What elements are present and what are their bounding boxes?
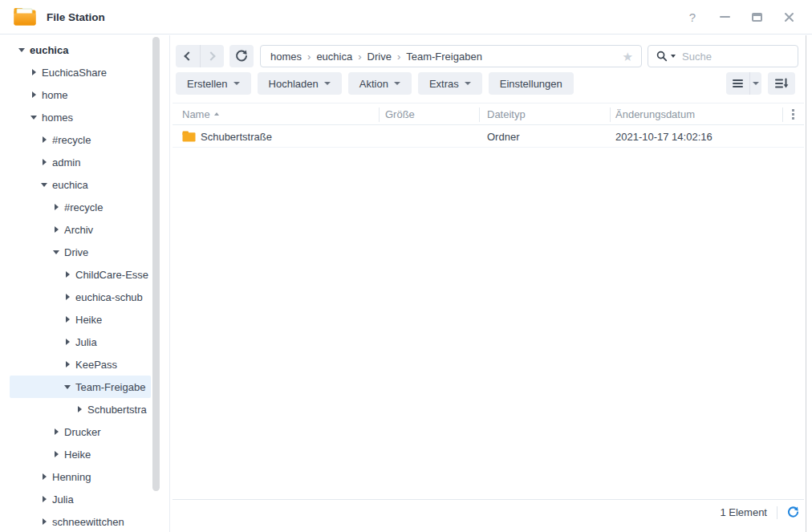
breadcrumb-item-team-freigaben[interactable]: Team-Freigaben — [406, 51, 482, 63]
breadcrumb-item-euchica[interactable]: euchica — [316, 51, 352, 63]
breadcrumb-item-drive[interactable]: Drive — [367, 51, 392, 63]
breadcrumb: homes › euchica › Drive › Team-Freigaben… — [260, 45, 642, 67]
chevron-right-icon[interactable] — [62, 316, 73, 323]
refresh-button[interactable] — [229, 45, 254, 67]
chevron-down-icon[interactable] — [16, 48, 27, 52]
table-header: Name Größe Dateityp Änderungsdatum — [173, 103, 804, 125]
sidebar-item-recycle-1[interactable]: #recycle — [10, 128, 151, 151]
sidebar-item-homes[interactable]: homes — [10, 106, 151, 128]
refresh-icon — [787, 506, 799, 518]
caret-down-icon — [753, 82, 759, 85]
column-header-aenderungsdatum[interactable]: Änderungsdatum — [615, 104, 695, 124]
chevron-right-icon[interactable] — [62, 361, 73, 368]
sidebar-item-euchica-schub[interactable]: euchica-schub — [10, 286, 151, 308]
chevron-right-icon[interactable] — [51, 226, 62, 233]
toolbar: Erstellen Hochladen Aktion Extras Einste… — [176, 72, 795, 95]
sidebar-item-euchicashare[interactable]: EuchicaShare — [10, 61, 151, 83]
back-icon — [185, 51, 193, 60]
file-type: Ordner — [487, 126, 519, 147]
search-options-caret-icon[interactable] — [671, 55, 676, 58]
folder-tree-sidebar: euchica EuchicaShare home homes #recycle… — [0, 35, 168, 532]
chevron-right-icon[interactable] — [62, 294, 73, 300]
chevron-down-icon[interactable] — [28, 116, 39, 120]
breadcrumb-item-homes[interactable]: homes — [270, 51, 302, 63]
back-button[interactable] — [176, 45, 200, 67]
hochladen-button[interactable]: Hochladen — [258, 72, 342, 95]
sidebar-item-recycle-2[interactable]: #recycle — [10, 196, 151, 218]
app-title: File Station — [47, 11, 105, 23]
chevron-right-icon[interactable] — [74, 406, 85, 412]
history-buttons — [176, 45, 224, 67]
chevron-right-icon[interactable] — [39, 159, 50, 165]
caret-down-icon — [233, 82, 240, 85]
sidebar-item-keepass[interactable]: KeePass — [10, 353, 151, 376]
search-box — [648, 45, 798, 67]
file-station-app-icon — [13, 6, 37, 27]
chevron-right-icon[interactable] — [51, 428, 62, 435]
chevron-right-icon[interactable] — [62, 339, 73, 345]
search-input[interactable] — [682, 51, 791, 63]
view-mode-caret[interactable] — [749, 72, 761, 95]
sidebar-item-julia-1[interactable]: Julia — [10, 331, 151, 353]
einstellungen-button[interactable]: Einstellungen — [489, 72, 574, 95]
sidebar-item-drucker[interactable]: Drucker — [10, 420, 151, 443]
sidebar-item-julia-2[interactable]: Julia — [10, 488, 151, 510]
chevron-down-icon[interactable] — [39, 183, 50, 187]
sidebar-item-team-freigabe[interactable]: Team-Freigabe — [10, 376, 151, 398]
folder-icon — [182, 131, 196, 142]
sidebar-item-drive[interactable]: Drive — [10, 241, 151, 263]
status-divider — [777, 506, 777, 519]
chevron-right-icon[interactable] — [39, 496, 50, 502]
column-header-groesse[interactable]: Größe — [385, 104, 415, 124]
chevron-right-icon[interactable] — [51, 204, 62, 210]
aktion-button[interactable]: Aktion — [348, 72, 412, 95]
chevron-right-icon[interactable] — [51, 451, 62, 457]
column-header-name[interactable]: Name — [182, 104, 219, 124]
caret-down-icon — [394, 82, 400, 85]
table-row[interactable]: Schubertstraße Ordner 2021-10-17 14:02:1… — [173, 126, 804, 148]
file-modified-date: 2021-10-17 14:02:16 — [615, 126, 713, 147]
close-icon[interactable] — [782, 10, 796, 24]
chevron-right-icon[interactable] — [39, 136, 50, 143]
sidebar-item-childcare-esse[interactable]: ChildCare-Esse — [10, 263, 151, 286]
sidebar-item-heike-2[interactable]: Heike — [10, 443, 151, 465]
chevron-down-icon[interactable] — [62, 385, 73, 389]
sidebar-item-admin[interactable]: admin — [10, 151, 151, 173]
refresh-list-button[interactable] — [787, 506, 799, 518]
chevron-right-icon[interactable] — [39, 473, 50, 480]
file-name: Schubertstraße — [201, 126, 272, 147]
sort-ascending-icon — [214, 112, 219, 116]
search-icon[interactable] — [656, 51, 668, 62]
list-view-icon[interactable] — [726, 72, 749, 95]
main-panel: homes › euchica › Drive › Team-Freigaben… — [170, 35, 812, 532]
chevron-right-icon[interactable] — [62, 271, 73, 278]
column-options-icon[interactable] — [792, 109, 794, 120]
help-icon[interactable]: ? — [685, 10, 700, 24]
maximize-icon[interactable] — [749, 10, 764, 24]
sidebar-scrollbar[interactable] — [152, 37, 160, 491]
file-station-window: File Station ? euchica EuchicaShare home… — [0, 0, 812, 532]
sidebar-item-schneewittchen[interactable]: schneewittchen — [10, 510, 151, 532]
forward-button[interactable] — [200, 45, 225, 67]
column-header-dateityp[interactable]: Dateityp — [487, 104, 526, 124]
status-bar: 1 Element — [173, 499, 804, 525]
extras-button[interactable]: Extras — [418, 72, 482, 95]
sidebar-item-home[interactable]: home — [10, 83, 151, 106]
title-bar: File Station ? — [0, 0, 812, 35]
chevron-right-icon[interactable] — [28, 69, 39, 75]
sidebar-item-henning[interactable]: Henning — [10, 465, 151, 488]
chevron-right-icon[interactable] — [39, 518, 50, 525]
sidebar-item-heike-1[interactable]: Heike — [10, 308, 151, 331]
minimize-icon[interactable] — [717, 10, 732, 24]
sidebar-item-schubertstra[interactable]: Schubertstra — [10, 398, 151, 420]
sidebar-item-archiv[interactable]: Archiv — [10, 218, 151, 241]
favorite-star-icon[interactable]: ★ — [623, 51, 633, 63]
breadcrumb-separator-icon: › — [307, 51, 311, 63]
chevron-down-icon[interactable] — [51, 250, 62, 254]
sidebar-item-euchica[interactable]: euchica — [10, 173, 151, 196]
forward-icon — [206, 51, 215, 60]
chevron-right-icon[interactable] — [28, 91, 39, 98]
erstellen-button[interactable]: Erstellen — [176, 72, 251, 95]
sidebar-item-euchica-root[interactable]: euchica — [10, 39, 151, 61]
sort-direction-button[interactable] — [768, 72, 795, 95]
